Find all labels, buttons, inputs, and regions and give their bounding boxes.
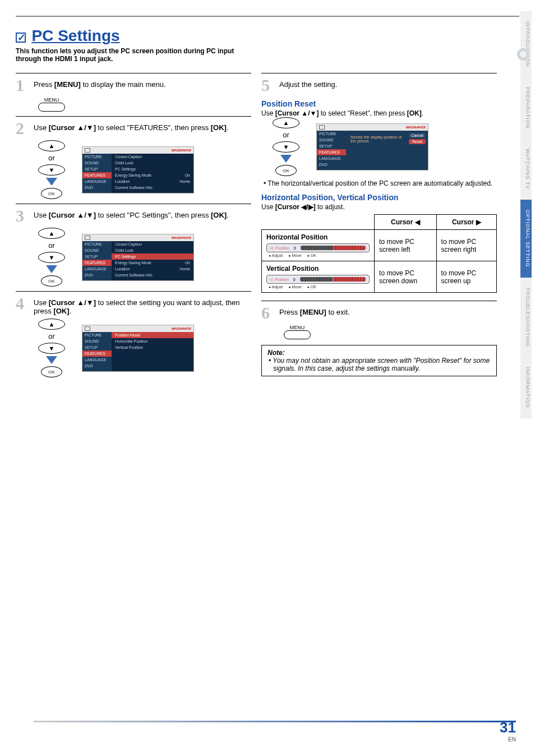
step-1-text-b: [MENU] — [54, 80, 81, 89]
step-4-text-e: . — [70, 307, 72, 315]
osd-side-sound: SOUND — [82, 160, 112, 166]
step-3-text-b: [Cursor ▲/▼] — [49, 211, 96, 219]
hint-move: Move — [288, 285, 301, 289]
page-title: PC Settings — [31, 27, 119, 44]
step-3-text-d: [OK] — [211, 211, 227, 219]
step-3-text-c: to select "PC Settings", then press — [96, 211, 211, 219]
tv-icon — [319, 125, 325, 130]
osd-item-energy: Energy Saving Mode — [115, 261, 151, 265]
menu-button-graphic-exit: MENU — [284, 325, 497, 339]
osd-side-features: FEATURES — [82, 172, 112, 178]
cursor-up-button: ▲ — [38, 140, 65, 151]
osd-side-setup: SETUP — [82, 166, 112, 172]
hint-adjust: Adjust — [269, 253, 283, 257]
arrow-down-icon — [46, 178, 57, 186]
osd-features: MAGNAVOX PICTURE SOUND SETUP FEATURES LA… — [82, 146, 194, 193]
note-title: Note: — [268, 349, 491, 357]
ok-button: OK — [275, 165, 297, 176]
menu-button-label: MENU — [38, 97, 65, 103]
osd-side-setup: SETUP — [317, 143, 346, 149]
osd-side-language: LANGUAGE — [317, 155, 346, 162]
hint-ok: OK — [307, 253, 316, 257]
hpos-panel-label: H. Position — [270, 246, 289, 250]
step-6-text-c: to exit. — [326, 308, 350, 316]
step-5: 5 Adjust the setting. — [261, 77, 497, 94]
osd-side-picture: PICTURE — [82, 241, 112, 247]
vpos-panel-val: 0 — [293, 278, 296, 282]
hpos-panel-val: 0 — [294, 246, 296, 250]
step-3-text-a: Use — [34, 211, 49, 219]
hpos-left-action: to move PC screen left — [375, 230, 436, 261]
osd-side-sound: SOUND — [82, 247, 112, 253]
arrow-down-icon — [280, 155, 292, 163]
step-4: 4 Use [Cursor ▲/▼] to select the setting… — [16, 295, 251, 315]
osd-hpos: Horizontal Position — [115, 339, 147, 343]
step-3-graphics: ▲ or ▼ OK MAGNAVOX PICTURE SOUND SETUP F… — [38, 228, 251, 287]
osd-side-sound: SOUND — [82, 338, 112, 344]
osd-item-location: Location — [115, 267, 130, 271]
title-row: PC Settings — [16, 27, 519, 45]
hpos-title: Horizontal Position — [266, 233, 328, 241]
hv-text-c: to adjust. — [316, 203, 345, 211]
osd-side-features: FEATURES — [82, 351, 112, 357]
osd-item-swinfo: Current Software Info — [115, 186, 153, 190]
step-3-number: 3 — [16, 208, 28, 224]
ok-button: OK — [41, 188, 62, 199]
osd-item-cc: Closed Caption — [115, 242, 142, 246]
cursor-down-button: ▼ — [38, 164, 65, 176]
menu-button-shape — [284, 330, 311, 339]
cursor-up-button: ▲ — [38, 319, 65, 330]
osd-item-pcsettings: PC Settings — [115, 167, 136, 171]
cursor-up-button: ▲ — [38, 228, 65, 239]
step-6: 6 Press [MENU] to exit. — [261, 305, 497, 321]
vpos-panel-label: V. Position — [270, 278, 289, 282]
step-1-text-c: to display the main menu. — [81, 80, 166, 89]
step-2-graphics: ▲ or ▼ OK MAGNAVOX PICTURE SOUND SETUP F… — [38, 140, 251, 199]
ok-button: OK — [41, 275, 62, 287]
osd-item-childlock: Child Lock — [115, 161, 133, 165]
osd-item-childlock: Child Lock — [115, 248, 133, 252]
step-2-text-e: . — [227, 123, 229, 132]
tv-icon — [85, 326, 90, 331]
note-body: You may not obtain an appropriate screen… — [273, 357, 491, 372]
osd-side-language: LANGUAGE — [82, 266, 112, 272]
osd-reset-button: Reset — [409, 139, 426, 144]
osd-side-picture: PICTURE — [317, 131, 346, 137]
vpos-panel: V. Position 0 — [266, 275, 370, 284]
step-2-text-b: [Cursor ▲/▼] — [49, 123, 96, 132]
osd-item-energy-val: On — [185, 173, 190, 177]
step-6-text-b: [MENU] — [300, 308, 326, 316]
or-label: or — [48, 332, 55, 340]
footer: 31 EN — [500, 719, 516, 743]
osd-item-energy-val: On — [185, 261, 190, 265]
osd-item-location-val: Home — [179, 267, 190, 271]
hv-text-a: Use — [261, 203, 275, 211]
hv-heading: Horizontal Position, Vertical Position — [261, 193, 497, 202]
tv-icon — [85, 148, 90, 153]
vpos-right-action: to move PC screen up — [436, 261, 496, 293]
step-2-number: 2 — [16, 120, 28, 137]
cursor-right-icon: ▶ — [476, 218, 481, 226]
pr-text-b: [Cursor ▲/▼] — [275, 109, 319, 117]
hpos-bar — [301, 246, 366, 250]
or-label: or — [283, 131, 289, 139]
vpos-bar — [300, 277, 366, 282]
left-column: 1 Press [MENU] to display the main menu.… — [16, 68, 251, 381]
step-4-number: 4 — [16, 295, 28, 312]
adjust-table: Cursor ◀ Cursor ▶ Horizontal Position H.… — [261, 214, 497, 293]
right-column: 5 Adjust the setting. Position Reset Use… — [261, 68, 497, 381]
note-box: Note: You may not obtain an appropriate … — [261, 345, 497, 376]
step-1: 1 Press [MENU] to display the main menu. — [16, 77, 251, 94]
osd-item-swinfo: Current Software Info — [115, 273, 153, 277]
step-4-text-b: [Cursor ▲/▼] — [49, 298, 96, 307]
osd-item-energy: Energy Saving Mode — [115, 173, 151, 177]
cursor-down-button: ▼ — [38, 252, 65, 263]
osd-side-setup: SETUP — [82, 344, 112, 351]
osd-side-sound: SOUND — [317, 137, 346, 143]
cursor-down-button: ▼ — [273, 141, 299, 153]
col-left-prefix: Cursor — [391, 218, 413, 226]
hint-move: Move — [288, 253, 301, 257]
osd-brand: MAGNAVOX — [172, 149, 191, 152]
osd-item-cc: Closed Caption — [115, 155, 142, 159]
ok-button: OK — [41, 366, 62, 377]
